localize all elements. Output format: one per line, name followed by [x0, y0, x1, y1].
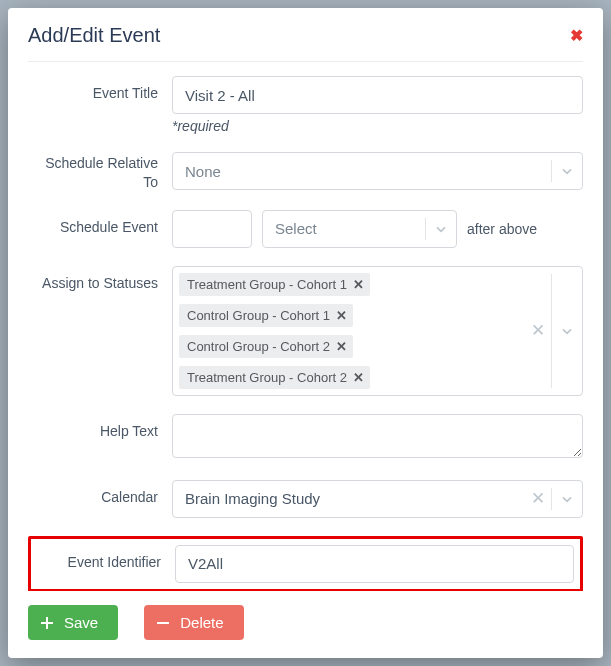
delete-button[interactable]: Delete: [144, 605, 243, 640]
label-help-text: Help Text: [28, 414, 172, 462]
chevron-down-icon: [552, 491, 582, 507]
field-calendar: Calendar Brain Imaging Study ✕: [28, 480, 583, 518]
event-identifier-highlight: Event Identifier: [28, 536, 583, 591]
save-button-label: Save: [64, 614, 98, 631]
field-assign-statuses: Assign to Statuses Treatment Group - Coh…: [28, 266, 583, 396]
modal-title: Add/Edit Event: [28, 24, 160, 47]
label-assign-statuses: Assign to Statuses: [28, 266, 172, 396]
event-identifier-input[interactable]: [175, 545, 574, 583]
status-tag: Treatment Group - Cohort 2 ✕: [179, 366, 370, 389]
schedule-event-unit-placeholder: Select: [263, 212, 425, 245]
label-calendar: Calendar: [28, 480, 172, 518]
svg-rect-0: [157, 622, 169, 624]
field-event-title: Event Title *required: [28, 76, 583, 134]
schedule-event-unit-select[interactable]: Select: [262, 210, 457, 248]
label-event-identifier: Event Identifier: [37, 545, 175, 583]
modal-body: Event Title *required Schedule Relative …: [8, 62, 603, 591]
after-above-text: after above: [467, 221, 537, 237]
status-tag: Control Group - Cohort 1 ✕: [179, 304, 353, 327]
status-tag-label: Control Group - Cohort 2: [187, 339, 330, 354]
help-text-textarea[interactable]: [172, 414, 583, 458]
calendar-value: Brain Imaging Study: [173, 482, 525, 515]
schedule-relative-select[interactable]: None: [172, 152, 583, 190]
field-help-text: Help Text: [28, 414, 583, 462]
close-icon[interactable]: ✖: [570, 28, 583, 44]
chevron-down-icon: [552, 323, 582, 339]
label-event-title: Event Title: [28, 76, 172, 134]
modal-header: Add/Edit Event ✖: [8, 8, 603, 61]
status-tag: Control Group - Cohort 2 ✕: [179, 335, 353, 358]
status-tag-label: Treatment Group - Cohort 2: [187, 370, 347, 385]
remove-tag-icon[interactable]: ✕: [353, 277, 364, 292]
remove-tag-icon[interactable]: ✕: [353, 370, 364, 385]
label-schedule-event: Schedule Event: [28, 210, 172, 248]
remove-tag-icon[interactable]: ✕: [336, 308, 347, 323]
save-button[interactable]: Save: [28, 605, 118, 640]
field-schedule-relative: Schedule Relative To None: [28, 152, 583, 192]
chevron-down-icon: [426, 221, 456, 237]
status-tag-label: Control Group - Cohort 1: [187, 308, 330, 323]
minus-icon: [156, 616, 170, 630]
chevron-down-icon: [552, 163, 582, 179]
field-event-identifier: Event Identifier: [37, 545, 574, 583]
schedule-event-number-input[interactable]: [172, 210, 252, 248]
delete-button-label: Delete: [180, 614, 223, 631]
remove-tag-icon[interactable]: ✕: [336, 339, 347, 354]
event-title-input[interactable]: [172, 76, 583, 114]
status-tag-label: Treatment Group - Cohort 1: [187, 277, 347, 292]
assign-statuses-multiselect[interactable]: Treatment Group - Cohort 1 ✕ Control Gro…: [172, 266, 583, 396]
clear-calendar-icon[interactable]: ✕: [525, 488, 551, 509]
required-note: *required: [172, 118, 583, 134]
field-schedule-event: Schedule Event Select after above: [28, 210, 583, 248]
add-edit-event-modal: Add/Edit Event ✖ Event Title *required S…: [8, 8, 603, 658]
status-tag: Treatment Group - Cohort 1 ✕: [179, 273, 370, 296]
tags-area: Treatment Group - Cohort 1 ✕ Control Gro…: [173, 267, 525, 395]
clear-all-icon[interactable]: ✕: [525, 320, 551, 341]
schedule-relative-value: None: [173, 155, 551, 188]
label-schedule-relative: Schedule Relative To: [28, 152, 172, 192]
plus-icon: [40, 616, 54, 630]
modal-footer: Save Delete: [8, 591, 603, 658]
calendar-select[interactable]: Brain Imaging Study ✕: [172, 480, 583, 518]
